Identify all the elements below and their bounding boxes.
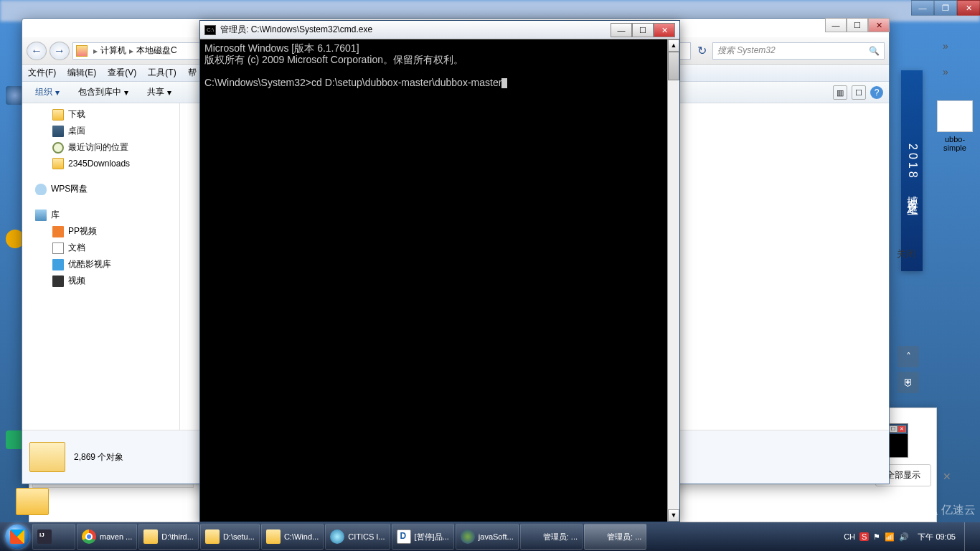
desktop-thumb-ubbo[interactable]: ubbo-simple xyxy=(937,100,973,152)
cmd-window: C:\ 管理员: C:\Windows\System32\cmd.exe — ☐… xyxy=(199,20,680,522)
folder-icon xyxy=(16,488,49,515)
refresh-button[interactable]: ↻ xyxy=(694,44,710,57)
explorer-minimize-button[interactable]: — xyxy=(825,18,847,32)
folder-icon xyxy=(266,529,281,544)
start-button[interactable] xyxy=(3,522,32,551)
explorer-search-input[interactable]: 搜索 System32 🔍 xyxy=(712,42,885,60)
tree-downloads[interactable]: 下载 xyxy=(22,106,179,123)
share-dropdown[interactable]: 共享▾ xyxy=(140,85,179,100)
folder-icon xyxy=(52,109,64,121)
taskbar-item-cmd-1[interactable]: 管理员: ... xyxy=(520,524,583,550)
banner-close-label[interactable]: 关闭 xyxy=(897,248,915,260)
taskbar-item-chrome[interactable]: maven ... xyxy=(77,524,137,550)
overflow-chevron-icon[interactable]: » xyxy=(935,66,956,80)
desktop-folder[interactable] xyxy=(14,488,50,515)
cmd-terminal[interactable]: Microsoft Windows [版本 6.1.7601] 版权所有 (c)… xyxy=(200,39,679,91)
tree-recent[interactable]: 最近访问的位置 xyxy=(22,139,179,156)
taskbar-item-folder-windows[interactable]: C:\Wind... xyxy=(261,524,324,550)
breadcrumb-disk[interactable]: 本地磁盘C xyxy=(136,44,177,57)
cmd-maximize-button[interactable]: ☐ xyxy=(632,23,654,37)
cmd-icon: C:\ xyxy=(204,25,216,35)
page-scroll-controls: ˄ ⛨ xyxy=(894,346,923,393)
taskbar-item-folder-setup[interactable]: D:\setu... xyxy=(200,524,260,550)
thumb-label: ubbo-simple xyxy=(937,135,973,152)
cmd-title: 管理员: C:\Windows\System32\cmd.exe xyxy=(220,24,611,36)
ime-indicator[interactable]: CH xyxy=(844,532,855,541)
breadcrumb-computer[interactable]: 计算机 xyxy=(100,44,126,57)
nav-back-button[interactable]: ← xyxy=(27,42,47,60)
background-window-controls: — ❐ ✕ xyxy=(911,0,980,16)
scroll-top-button[interactable]: ˄ xyxy=(897,346,919,367)
view-mode-button[interactable]: ▥ xyxy=(833,85,847,100)
menu-view[interactable]: 查看(V) xyxy=(108,67,136,79)
taskbar-item-eclipse[interactable]: javaSoft... xyxy=(456,524,519,550)
watermark: ☁亿速云 xyxy=(923,501,976,519)
bg-minimize-button[interactable]: — xyxy=(911,0,934,16)
sogou-icon[interactable]: S xyxy=(859,532,869,541)
folder-icon xyxy=(52,158,64,169)
tray-network-icon[interactable]: 📶 xyxy=(885,532,895,542)
include-library-dropdown[interactable]: 包含到库中▾ xyxy=(71,85,136,100)
scroll-thumb[interactable] xyxy=(668,52,679,80)
globe-icon xyxy=(330,529,344,544)
folder-icon xyxy=(143,529,158,544)
scroll-up-button[interactable]: ▲ xyxy=(668,39,679,52)
folder-icon xyxy=(29,442,65,472)
tree-youku[interactable]: 优酷影视库 xyxy=(22,256,179,273)
explorer-tree: 下载 桌面 最近访问的位置 2345Downloads WPS网盘 库 PP视频… xyxy=(22,103,180,430)
explorer-maximize-button[interactable]: ☐ xyxy=(847,18,868,32)
bg-maximize-button[interactable]: ❐ xyxy=(934,0,957,16)
chrome-icon xyxy=(82,529,96,544)
explorer-window-controls: — ☐ ✕ xyxy=(825,18,890,32)
tree-2345downloads[interactable]: 2345Downloads xyxy=(22,156,179,171)
tree-library[interactable]: 库 xyxy=(22,204,179,223)
search-placeholder: 搜索 System32 xyxy=(717,44,776,57)
nav-forward-button[interactable]: → xyxy=(50,42,70,60)
overflow-chevron-icon[interactable]: » xyxy=(935,40,956,55)
crumb-sep-icon: ▸ xyxy=(129,46,133,56)
downloads-close-button[interactable]: ✕ xyxy=(943,471,951,482)
library-icon xyxy=(35,209,47,221)
cmd-scrollbar[interactable]: ▲ ▼ xyxy=(667,39,679,522)
chevron-down-icon: ▾ xyxy=(55,88,60,98)
taskbar-item-folder-third[interactable]: D:\third... xyxy=(138,524,199,550)
taskbar-item-cmd-2[interactable]: 管理员: ... xyxy=(584,524,646,550)
dingding-icon xyxy=(397,529,411,544)
taskbar-item-dingding[interactable]: [暂停]品... xyxy=(392,524,454,550)
taskbar-item-citics[interactable]: CITICS I... xyxy=(325,524,390,550)
tray-flag-icon[interactable]: ⚑ xyxy=(873,532,880,542)
folder-icon xyxy=(205,529,220,544)
tree-documents[interactable]: 文档 xyxy=(22,240,179,256)
search-icon[interactable]: 🔍 xyxy=(869,46,880,56)
pp-icon xyxy=(52,226,64,237)
help-button[interactable]: ? xyxy=(870,86,883,99)
explorer-close-button[interactable]: ✕ xyxy=(868,18,890,32)
cursor-icon xyxy=(501,78,507,88)
intellij-icon xyxy=(37,529,52,544)
menu-file[interactable]: 文件(F) xyxy=(28,67,56,79)
tree-pp-video[interactable]: PP视频 xyxy=(22,223,179,240)
recent-icon xyxy=(52,142,64,154)
menu-tools[interactable]: 工具(T) xyxy=(148,67,176,79)
menu-edit[interactable]: 编辑(E) xyxy=(67,67,96,79)
cmd-minimize-button[interactable]: — xyxy=(611,23,632,37)
tree-wps[interactable]: WPS网盘 xyxy=(22,179,179,197)
tree-desktop[interactable]: 桌面 xyxy=(22,123,179,139)
cmd-close-button[interactable]: ✕ xyxy=(654,23,675,37)
preview-pane-button[interactable]: ☐ xyxy=(852,85,866,100)
tray-clock[interactable]: 下午 09:05 xyxy=(913,532,960,541)
shield-button[interactable]: ⛨ xyxy=(897,372,919,393)
organize-dropdown[interactable]: 组织▾ xyxy=(28,85,67,100)
tree-video[interactable]: 视频 xyxy=(22,273,179,289)
tray-volume-icon[interactable]: 🔊 xyxy=(899,532,909,542)
blog-star-banner[interactable]: 2018 博客之星 xyxy=(901,70,923,271)
film-icon xyxy=(52,276,64,287)
taskbar-item-intellij[interactable] xyxy=(32,524,75,550)
bg-close-button[interactable]: ✕ xyxy=(957,0,980,16)
cmd-titlebar[interactable]: C:\ 管理员: C:\Windows\System32\cmd.exe — ☐… xyxy=(200,21,679,39)
scroll-down-button[interactable]: ▼ xyxy=(668,509,679,522)
menu-help[interactable]: 帮 xyxy=(188,67,197,79)
video-icon xyxy=(52,259,64,270)
doc-icon xyxy=(52,242,64,254)
show-desktop-button[interactable] xyxy=(964,522,973,551)
